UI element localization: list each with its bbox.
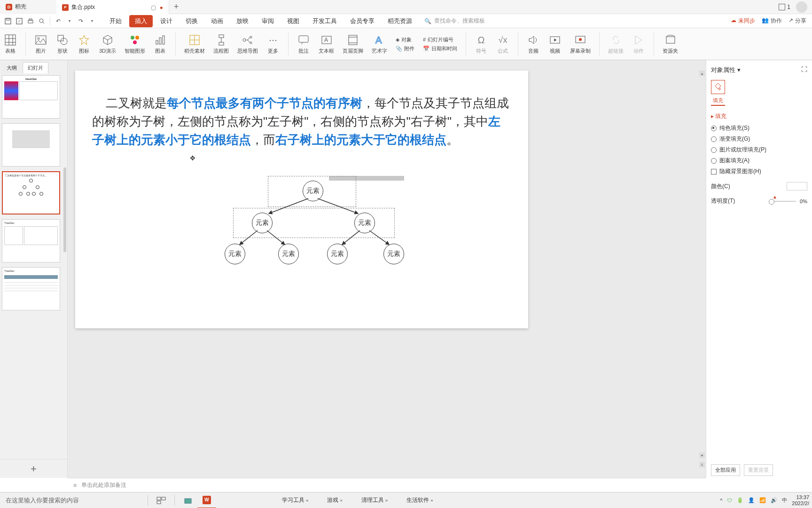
preview-icon[interactable] — [37, 16, 47, 26]
ribbon-audio[interactable]: 音频 — [527, 33, 540, 55]
gradient-fill-radio[interactable]: 渐变填充(G) — [711, 135, 807, 143]
ribbon-iconlib[interactable]: 图标 — [78, 33, 91, 55]
ribbon-flowchart[interactable]: 流程图 — [213, 33, 229, 55]
menu-tab-member[interactable]: 会员专享 — [344, 15, 380, 27]
collab-button[interactable]: 👥 协作 — [762, 17, 782, 25]
redo-icon[interactable]: ↷ — [76, 16, 86, 26]
slide-canvas[interactable]: 二叉树就是每个节点最多有两个子节点的有序树，每个节点及其子节点组成的树称为子树，… — [68, 60, 706, 478]
hide-bg-checkbox[interactable]: 隐藏背景图形(H) — [711, 167, 807, 175]
solid-fill-radio[interactable]: 纯色填充(S) — [711, 124, 807, 132]
fill-tab-label[interactable]: 填充 — [711, 96, 725, 106]
slide-thumb[interactable]: TreeSet — [2, 219, 60, 262]
window-count[interactable]: 1 — [779, 4, 790, 10]
ime-indicator[interactable]: 中 — [782, 497, 787, 504]
ribbon-picture[interactable]: 图片 — [34, 33, 47, 55]
home-tab[interactable]: D 稻壳 — [0, 0, 56, 14]
ribbon-resources[interactable]: 资源夹 — [663, 33, 678, 55]
menu-tab-docer[interactable]: 稻壳资源 — [382, 15, 418, 27]
menu-tab-devtools[interactable]: 开发工具 — [307, 15, 343, 27]
file-tab[interactable]: P 集合.pptx ▢ ● — [56, 0, 169, 14]
ribbon-screen-record[interactable]: 屏幕录制 — [570, 33, 591, 55]
ribbon-textbox[interactable]: A文本框 — [319, 33, 334, 55]
ribbon-hyperlink[interactable]: 超链接 — [608, 33, 624, 55]
command-search[interactable]: 🔍 查找命令、搜索模板 — [424, 17, 485, 25]
ribbon-mindmap[interactable]: 思维导图 — [237, 33, 258, 55]
ribbon-object[interactable]: ◈对象 — [396, 36, 414, 43]
menu-tab-animation[interactable]: 动画 — [205, 15, 229, 27]
slide-thumb-selected[interactable]: 二叉树就是每个节点最多有两个子节点… — [2, 171, 60, 214]
wps-icon[interactable]: W — [197, 492, 216, 508]
ribbon-datetime[interactable]: 📅日期和时间 — [423, 45, 457, 52]
task-view-icon[interactable] — [152, 492, 171, 508]
share-button[interactable]: ↗ 分享 — [789, 17, 806, 25]
properties-title[interactable]: 对象属性 ▾ ⛶ — [711, 64, 807, 76]
add-slide-button[interactable]: + — [0, 459, 67, 478]
task-group-game[interactable]: 游戏 » — [327, 496, 342, 504]
slide-thumb[interactable] — [2, 123, 60, 167]
slide-thumb[interactable]: HashSet — [2, 75, 60, 119]
tray-battery-icon[interactable]: 🔋 — [737, 497, 743, 503]
new-tab-button[interactable]: + — [169, 0, 183, 14]
fill-tab-icon[interactable] — [711, 80, 725, 94]
explorer-icon[interactable] — [179, 492, 197, 508]
undo-dropdown-icon[interactable]: ▾ — [64, 16, 75, 26]
menu-tab-slideshow[interactable]: 放映 — [231, 15, 254, 27]
pattern-fill-radio[interactable]: 图案填充(A) — [711, 157, 807, 165]
menu-tab-review[interactable]: 审阅 — [256, 15, 280, 27]
ribbon-3d[interactable]: 3D演示 — [99, 33, 116, 55]
print-icon[interactable] — [25, 16, 36, 26]
scroll-up-icon[interactable]: ▴ — [699, 71, 705, 76]
ribbon-symbol[interactable]: Ω符号 — [475, 33, 488, 55]
tray-user-icon[interactable]: 👤 — [748, 497, 755, 503]
tray-volume-icon[interactable]: 🔊 — [771, 497, 777, 503]
slide-list[interactable]: HashSet 二叉树就是每个节点最多有两个子节点… Tr — [0, 73, 67, 459]
outline-tab[interactable]: 大纲 — [2, 63, 22, 73]
task-group-life[interactable]: 生活软件 » — [406, 496, 433, 504]
windows-search[interactable]: 在这里输入你要搜索的内容 — [3, 496, 144, 505]
ribbon-docer-material[interactable]: 稻壳素材 — [184, 33, 205, 55]
expand-icon[interactable]: ⛶ — [801, 66, 807, 73]
slide[interactable]: 二叉树就是每个节点最多有两个子节点的有序树，每个节点及其子节点组成的树称为子树，… — [75, 71, 528, 328]
ribbon-table[interactable]: 表格 — [4, 33, 17, 55]
ribbon-header-footer[interactable]: 页眉页脚 — [343, 33, 363, 55]
task-group-study[interactable]: 学习工具 » — [282, 496, 308, 504]
tab-window-icon[interactable]: ▢ — [151, 4, 156, 11]
apply-all-button[interactable]: 全部应用 — [711, 464, 740, 476]
scroll-more-icon[interactable]: ≡ — [699, 462, 705, 468]
menu-tab-design[interactable]: 设计 — [155, 15, 178, 27]
fill-section-title[interactable]: ▸ 填充 — [711, 112, 807, 120]
save-icon[interactable] — [3, 16, 13, 26]
menu-tab-insert[interactable]: 插入 — [129, 15, 153, 27]
ribbon-more[interactable]: ⋯更多 — [266, 33, 280, 55]
task-group-clean[interactable]: 清理工具 » — [361, 496, 388, 504]
menu-tab-start[interactable]: 开始 — [104, 15, 127, 27]
opacity-slider[interactable]: ▲ — [773, 201, 796, 202]
tray-wifi-icon[interactable]: 📶 — [759, 497, 766, 503]
menu-tab-transition[interactable]: 切换 — [180, 15, 203, 27]
menu-tab-view[interactable]: 视图 — [281, 15, 305, 27]
reset-bg-button[interactable]: 重置背景 — [744, 464, 773, 476]
notes-placeholder[interactable]: 单击此处添加备注 — [81, 481, 126, 489]
ribbon-attachment[interactable]: 📎附件 — [396, 45, 414, 52]
ribbon-slide-number[interactable]: #幻灯片编号 — [423, 36, 457, 43]
sync-status[interactable]: ☁ 未同步 — [731, 17, 755, 25]
picture-fill-radio[interactable]: 图片或纹理填充(P) — [711, 146, 807, 154]
save-as-icon[interactable] — [14, 16, 24, 26]
ribbon-comment[interactable]: 批注 — [297, 33, 310, 55]
slide-thumb[interactable]: TreeSet — [2, 267, 60, 310]
user-avatar[interactable] — [796, 1, 807, 13]
redo-dropdown-icon[interactable]: ▾ — [87, 16, 97, 26]
scroll-down-icon[interactable]: ▾ — [699, 452, 705, 458]
canvas-scrollbar[interactable]: ▴ ▾ ≡ — [699, 71, 705, 468]
ribbon-equation[interactable]: √x公式 — [496, 33, 509, 55]
ribbon-smartart[interactable]: 智能图形 — [125, 33, 145, 55]
clock-date[interactable]: 2022/2/ — [792, 500, 809, 506]
clock-time[interactable]: 13:37 — [792, 494, 809, 500]
ribbon-shape[interactable]: 形状 — [56, 33, 69, 55]
ribbon-chart[interactable]: 图表 — [154, 33, 167, 55]
ribbon-video[interactable]: 视频 — [548, 33, 562, 55]
thumb-scrollbar[interactable] — [63, 167, 66, 252]
undo-icon[interactable]: ↶ — [53, 16, 63, 26]
slides-tab[interactable]: 幻灯片 — [23, 62, 48, 73]
ribbon-action[interactable]: 动作 — [632, 33, 645, 55]
